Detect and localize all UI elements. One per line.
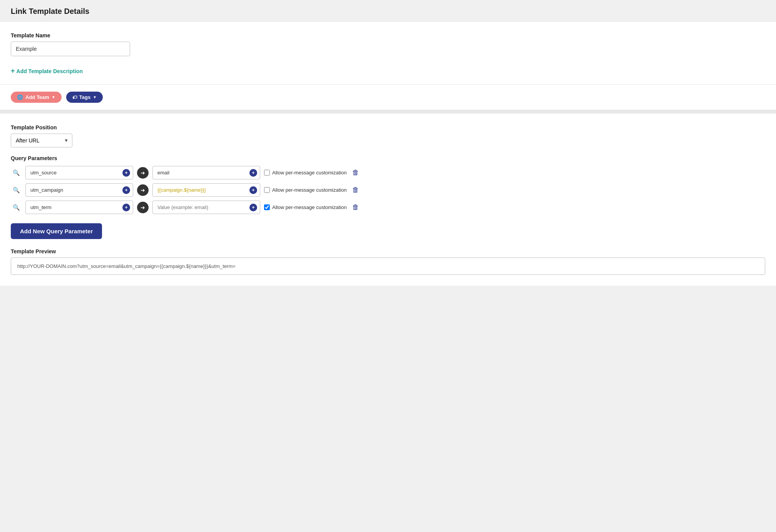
template-preview-label: Template Preview xyxy=(11,248,765,254)
allow-customization-label-3: Allow per-message customization xyxy=(272,204,347,210)
allow-customization-2: Allow per-message customization xyxy=(264,187,347,193)
add-query-param-button[interactable]: Add New Query Parameter xyxy=(11,223,102,239)
template-config-section: Template Position After URL Before URL R… xyxy=(0,114,776,286)
key-input-3[interactable] xyxy=(25,201,133,214)
template-position-label: Template Position xyxy=(11,124,765,130)
value-plus-button-1[interactable]: + xyxy=(249,169,257,177)
section-divider xyxy=(0,110,776,114)
page-title: Link Template Details xyxy=(11,7,765,16)
add-query-param-label: Add New Query Parameter xyxy=(20,228,93,234)
value-plus-button-3[interactable]: + xyxy=(249,204,257,211)
arrow-icon-2: ➜ xyxy=(137,184,149,196)
value-plus-button-2[interactable]: + xyxy=(249,186,257,194)
query-param-row: 🔍 + ➜ + Allow per-message customization … xyxy=(11,201,765,214)
value-input-3[interactable] xyxy=(152,201,260,214)
position-select[interactable]: After URL Before URL Replace URL xyxy=(11,134,72,147)
query-params-label: Query Parameters xyxy=(11,155,765,161)
key-input-1[interactable] xyxy=(25,166,133,179)
plus-icon: + xyxy=(11,67,15,75)
allow-customization-3: Allow per-message customization xyxy=(264,204,347,210)
globe-icon: 🌐 xyxy=(17,94,23,100)
tags-chevron-icon: ▼ xyxy=(93,95,97,99)
key-plus-button-3[interactable]: + xyxy=(122,204,130,211)
page-header: Link Template Details xyxy=(0,0,776,22)
allow-customization-1: Allow per-message customization xyxy=(264,170,347,176)
search-icon: 🔍 xyxy=(11,167,22,178)
delete-icon-3[interactable]: 🗑 xyxy=(352,203,359,211)
preview-value: http://YOUR-DOMAIN.com?utm_source=email&… xyxy=(17,263,236,269)
value-input-wrapper-1: + xyxy=(152,166,260,179)
allow-customization-label-1: Allow per-message customization xyxy=(272,170,347,176)
key-input-wrapper-2: + xyxy=(25,183,133,197)
add-description-label: Add Template Description xyxy=(17,68,83,74)
template-preview-box: http://YOUR-DOMAIN.com?utm_source=email&… xyxy=(11,258,765,275)
tags-button[interactable]: 🏷 Tags ▼ xyxy=(66,92,103,103)
key-plus-button-1[interactable]: + xyxy=(122,169,130,177)
tag-icon: 🏷 xyxy=(72,95,77,100)
value-input-wrapper-3: + xyxy=(152,201,260,214)
allow-customization-checkbox-3[interactable] xyxy=(264,204,270,210)
key-input-wrapper-1: + xyxy=(25,166,133,179)
allow-customization-checkbox-2[interactable] xyxy=(264,187,270,193)
page-container: Link Template Details Template Name + Ad… xyxy=(0,0,776,532)
template-name-label: Template Name xyxy=(11,32,765,38)
query-param-row: 🔍 + ➜ + Allow per-message customization … xyxy=(11,166,765,179)
tags-label: Tags xyxy=(79,94,90,100)
add-team-label: Add Team xyxy=(25,94,49,100)
allow-customization-label-2: Allow per-message customization xyxy=(272,187,347,193)
allow-customization-checkbox-1[interactable] xyxy=(264,170,270,176)
template-name-input[interactable] xyxy=(11,42,130,56)
key-input-wrapper-3: + xyxy=(25,201,133,214)
add-description-link[interactable]: + Add Template Description xyxy=(11,67,83,75)
value-input-2[interactable] xyxy=(152,183,260,197)
template-name-section: Template Name + Add Template Description xyxy=(0,22,776,84)
key-plus-button-2[interactable]: + xyxy=(122,186,130,194)
position-select-wrapper: After URL Before URL Replace URL ▼ xyxy=(11,134,72,147)
value-input-wrapper-2: + xyxy=(152,183,260,197)
delete-icon-2[interactable]: 🗑 xyxy=(352,186,359,194)
value-input-1[interactable] xyxy=(152,166,260,179)
arrow-icon-1: ➜ xyxy=(137,167,149,179)
arrow-icon-3: ➜ xyxy=(137,202,149,213)
query-param-row: 🔍 + ➜ + Allow per-message customization … xyxy=(11,183,765,197)
teams-tags-section: 🌐 Add Team ▼ 🏷 Tags ▼ xyxy=(0,84,776,110)
search-icon: 🔍 xyxy=(11,185,22,196)
add-team-button[interactable]: 🌐 Add Team ▼ xyxy=(11,92,62,103)
key-input-2[interactable] xyxy=(25,183,133,197)
delete-icon-1[interactable]: 🗑 xyxy=(352,169,359,177)
search-icon: 🔍 xyxy=(11,202,22,213)
add-team-chevron-icon: ▼ xyxy=(52,95,55,99)
